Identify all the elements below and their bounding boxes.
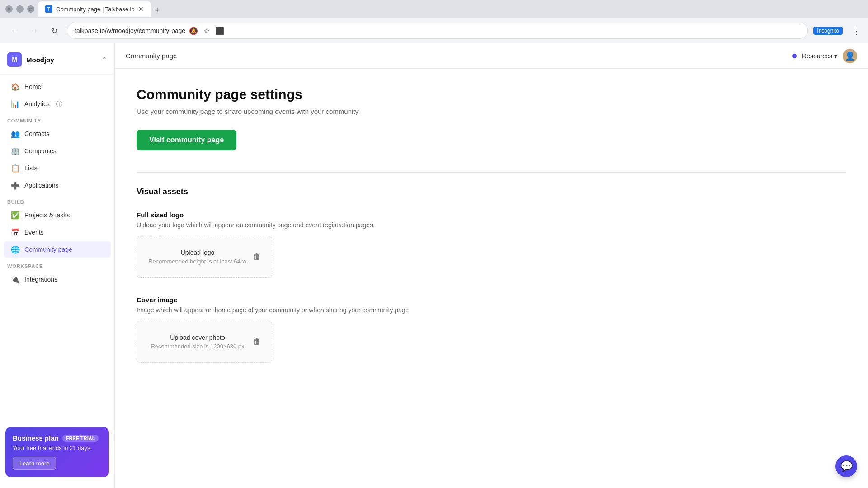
plan-card-header: Business plan FREE TRIAL: [13, 434, 102, 442]
plan-name: Business plan: [13, 434, 59, 442]
workspace-toggle-button[interactable]: ⌃: [101, 56, 107, 64]
main-header: Community page Resources ▾ 👤: [115, 43, 868, 69]
page-title: Community page settings: [137, 87, 846, 102]
contacts-icon: 👥: [11, 129, 20, 138]
logo-upload-box[interactable]: Upload logo Recommended height is at lea…: [137, 236, 272, 278]
chat-fab-button[interactable]: 💬: [835, 455, 857, 477]
companies-icon: 🏢: [11, 146, 20, 155]
logo-upload-content: Upload logo Recommended height is at lea…: [148, 249, 247, 265]
logo-section: Full sized logo Upload your logo which w…: [137, 211, 846, 278]
cover-upload-hint: Recommended size is 1200×630 px: [148, 343, 247, 350]
home-icon: 🏠: [11, 82, 20, 91]
avatar-placeholder: 👤: [845, 51, 855, 61]
logo-delete-icon[interactable]: 🗑: [253, 252, 261, 262]
plan-description: Your free trial ends in 21 days.: [13, 445, 102, 451]
user-avatar[interactable]: 👤: [843, 49, 857, 63]
main-header-title: Community page: [126, 52, 785, 60]
sidebar-item-contacts-label: Contacts: [24, 130, 49, 137]
status-dot: [792, 54, 797, 58]
cover-description: Image which will appear on home page of …: [137, 306, 846, 314]
sidebar-item-analytics[interactable]: 📊 Analytics i: [4, 96, 111, 112]
logo-label: Full sized logo: [137, 211, 846, 219]
maximize-button[interactable]: □: [27, 5, 34, 13]
sidebar-item-integrations-label: Integrations: [24, 276, 57, 283]
community-section-label: COMMUNITY: [0, 113, 114, 125]
address-bar[interactable]: talkbase.io/w/moodjoy/community-page 🔕 ☆…: [67, 23, 808, 39]
bookmark-icon: ☆: [203, 27, 210, 35]
projects-icon: ✅: [11, 211, 20, 220]
sidebar-item-lists[interactable]: 📋 Lists: [4, 160, 111, 176]
sidebar-item-projects[interactable]: ✅ Projects & tasks: [4, 207, 111, 223]
logo-description: Upload your logo which will appear on co…: [137, 221, 846, 229]
tab-title: Community page | Talkbase.io: [56, 6, 135, 13]
community-page-icon: 🌐: [11, 245, 20, 254]
new-tab-button[interactable]: +: [151, 4, 164, 17]
sidebar-toggle-icon: ⬛: [215, 27, 224, 35]
sidebar-item-community-page-label: Community page: [24, 246, 72, 253]
learn-more-button[interactable]: Learn more: [13, 457, 56, 470]
sidebar-item-lists-label: Lists: [24, 164, 38, 172]
chat-icon: 💬: [840, 460, 853, 472]
sidebar-item-community-page[interactable]: 🌐 Community page: [4, 241, 111, 258]
sidebar-item-analytics-label: Analytics: [24, 100, 50, 108]
workspace-section-label: WORKSPACE: [0, 258, 114, 271]
incognito-badge: Incognito: [813, 27, 843, 35]
forward-button[interactable]: →: [27, 23, 42, 38]
header-right: Resources ▾ 👤: [792, 49, 857, 63]
browser-menu-button[interactable]: ⋮: [852, 25, 861, 36]
content-area: Community page settings Use your communi…: [115, 69, 868, 488]
favicon-letter: T: [47, 7, 50, 12]
analytics-icon: 📊: [11, 99, 20, 108]
workspace-avatar: M: [7, 52, 22, 67]
resources-dropdown-icon: ▾: [834, 52, 837, 60]
free-trial-badge: FREE TRIAL: [62, 435, 99, 442]
build-section-label: BUILD: [0, 194, 114, 206]
sidebar-item-applications[interactable]: ➕ Applications: [4, 177, 111, 193]
cover-upload-title: Upload cover photo: [148, 334, 247, 341]
back-button[interactable]: ←: [7, 23, 22, 38]
sidebar-item-events-label: Events: [24, 229, 44, 236]
analytics-info-icon: i: [56, 101, 62, 107]
refresh-button[interactable]: ↻: [47, 23, 61, 38]
browser-tab[interactable]: T Community page | Talkbase.io ✕: [38, 1, 151, 17]
eye-slash-icon: 🔕: [189, 27, 198, 35]
plan-card: Business plan FREE TRIAL Your free trial…: [5, 427, 109, 477]
sidebar: M Moodjoy ⌃ 🏠 Home 📊 Analytics i COMMUNI…: [0, 43, 115, 488]
events-icon: 📅: [11, 228, 20, 237]
logo-upload-hint: Recommended height is at least 64px: [148, 258, 247, 265]
sidebar-item-events[interactable]: 📅 Events: [4, 224, 111, 240]
close-button[interactable]: ✕: [5, 5, 13, 13]
cover-section: Cover image Image which will appear on h…: [137, 296, 846, 363]
minimize-button[interactable]: −: [16, 5, 24, 13]
lists-icon: 📋: [11, 164, 20, 173]
tab-close-button[interactable]: ✕: [138, 5, 144, 13]
cover-delete-icon[interactable]: 🗑: [253, 337, 261, 347]
cover-upload-box[interactable]: Upload cover photo Recommended size is 1…: [137, 321, 272, 363]
sidebar-item-projects-label: Projects & tasks: [24, 211, 70, 219]
resources-button[interactable]: Resources ▾: [802, 52, 837, 60]
applications-icon: ➕: [11, 181, 20, 190]
cover-upload-content: Upload cover photo Recommended size is 1…: [148, 334, 247, 350]
integrations-icon: 🔌: [11, 275, 20, 284]
sidebar-item-companies[interactable]: 🏢 Companies: [4, 143, 111, 159]
sidebar-header: M Moodjoy ⌃: [0, 49, 114, 75]
cover-label: Cover image: [137, 296, 846, 304]
section-divider: [137, 172, 846, 173]
tab-favicon: T: [45, 5, 52, 13]
logo-upload-title: Upload logo: [148, 249, 247, 256]
sidebar-item-home[interactable]: 🏠 Home: [4, 79, 111, 95]
sidebar-item-applications-label: Applications: [24, 182, 59, 189]
visual-assets-title: Visual assets: [137, 187, 846, 197]
sidebar-item-companies-label: Companies: [24, 147, 57, 155]
resources-label: Resources: [802, 52, 832, 60]
sidebar-item-integrations[interactable]: 🔌 Integrations: [4, 271, 111, 287]
sidebar-item-home-label: Home: [24, 83, 41, 90]
main-content: Community page Resources ▾ 👤 Community p…: [115, 43, 868, 488]
visit-community-page-button[interactable]: Visit community page: [137, 130, 236, 150]
sidebar-item-contacts[interactable]: 👥 Contacts: [4, 126, 111, 142]
page-subtitle: Use your community page to share upcomin…: [137, 108, 846, 115]
workspace-name: Moodjoy: [26, 56, 97, 64]
url-text: talkbase.io/w/moodjoy/community-page: [75, 27, 185, 34]
